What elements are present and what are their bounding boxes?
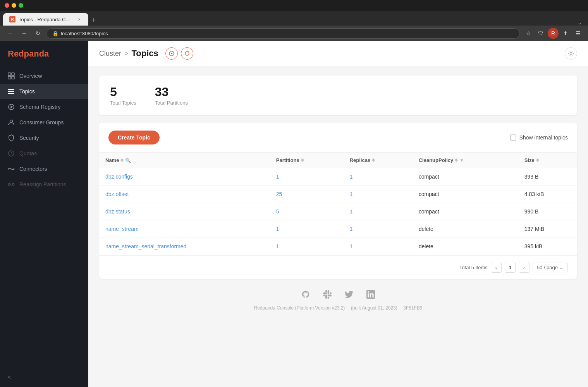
footer-version: Redpanda Console (Platform Version v23.2… [108, 305, 568, 311]
footer: Redpanda Console (Platform Version v23.2… [99, 279, 577, 320]
settings-icon-button[interactable] [565, 47, 577, 60]
cell-replicas-2: 1 [344, 203, 413, 220]
cell-cleanup-2: compact [413, 203, 518, 220]
twitter-icon[interactable] [343, 288, 355, 301]
quotas-label: Quotas [19, 150, 37, 157]
cell-name-2: dbz.status [99, 203, 270, 220]
cell-size-0: 393 B [518, 168, 577, 186]
total-topics-stat: 5 Total Topics [110, 85, 136, 106]
table-row[interactable]: dbz.status 5 1 compact 990 B [99, 203, 577, 220]
header-actions [565, 47, 577, 60]
cleanup-filter-icon[interactable]: ▼ [459, 158, 464, 163]
refresh-icon-button[interactable] [181, 47, 193, 60]
topic-link-1[interactable]: dbz.offset [105, 191, 129, 197]
overview-label: Overview [19, 73, 42, 79]
cell-partitions-0: 1 [270, 168, 344, 186]
sidebar-collapse-button[interactable]: < [0, 368, 88, 387]
play-icon-button[interactable] [165, 47, 178, 60]
sidebar-item-schema-registry[interactable]: Schema Registry [0, 99, 88, 115]
sidebar-item-security[interactable]: Security [0, 130, 88, 146]
cell-partitions-1: 25 [270, 186, 344, 203]
replicas-sort-icon[interactable] [372, 158, 375, 162]
security-icon [8, 134, 15, 141]
security-label: Security [19, 135, 39, 141]
cell-partitions-3: 1 [270, 220, 344, 238]
show-internal-checkbox[interactable] [510, 134, 516, 141]
topic-link-2[interactable]: dbz.status [105, 208, 130, 215]
table-row[interactable]: dbz.offset 25 1 compact 4.83 kiB [99, 186, 577, 203]
svg-point-13 [12, 184, 14, 186]
breadcrumb-cluster[interactable]: Cluster [99, 50, 121, 58]
sidebar-item-topics[interactable]: Topics [0, 84, 88, 99]
cell-size-4: 395 kiB [518, 238, 577, 255]
main-content: Cluster > Topics 5 Tot [88, 41, 588, 387]
breadcrumb-separator: > [124, 50, 129, 58]
reassign-icon [8, 181, 15, 188]
menu-button[interactable]: ☰ [573, 28, 583, 39]
profile-button[interactable]: R [548, 28, 559, 39]
partitions-sort-icon[interactable] [301, 158, 304, 162]
topics-card-header: Create Topic Show internal topics [99, 123, 577, 153]
tab-close-button[interactable]: × [76, 16, 82, 22]
browser-toolbar-actions: ☆ 🛡 R ⬆ ☰ [523, 28, 583, 39]
svg-point-11 [14, 169, 15, 170]
svg-point-12 [9, 184, 10, 186]
table-row[interactable]: name_stream_serial_transformed 1 1 delet… [99, 238, 577, 255]
sidebar-item-connectors[interactable]: Connectors [0, 161, 88, 177]
size-sort-icon[interactable] [536, 158, 539, 162]
github-icon[interactable] [299, 288, 312, 301]
col-replicas: Replicas [344, 153, 413, 168]
show-internal-topics-toggle[interactable]: Show internal topics [510, 134, 568, 141]
cleanup-sort-icon[interactable] [455, 158, 458, 162]
create-topic-button[interactable]: Create Topic [108, 131, 160, 144]
active-tab[interactable]: R Topics - Redpanda Cons... × [3, 13, 88, 26]
app-container: Redpanda Overview Topics Schema Registry [0, 41, 588, 387]
sidebar-item-reassign-partitions: Reassign Partitions [0, 177, 88, 192]
sidebar-logo: Redpanda [0, 41, 88, 65]
extensions-button[interactable]: ⬆ [560, 28, 571, 39]
table-row[interactable]: dbz.configs 1 1 compact 393 B [99, 168, 577, 186]
svg-rect-5 [8, 91, 14, 92]
cell-cleanup-4: delete [413, 238, 518, 255]
topic-link-0[interactable]: dbz.configs [105, 174, 133, 180]
topic-link-3[interactable]: name_stream [105, 226, 139, 232]
page-size-chevron-icon: ⌄ [559, 265, 564, 270]
prev-page-button[interactable]: ‹ [491, 262, 502, 273]
name-sort-icon[interactable] [120, 158, 124, 162]
topics-label: Topics [19, 88, 35, 95]
next-page-button[interactable]: › [519, 262, 530, 273]
table-header: Name 🔍 Partitions [99, 153, 577, 168]
linkedin-icon[interactable] [364, 288, 377, 301]
name-search-icon[interactable]: 🔍 [125, 158, 131, 163]
shield-button[interactable]: 🛡 [535, 28, 546, 39]
tab-overflow-button[interactable]: ⌄ [574, 20, 585, 26]
bookmark-button[interactable]: ☆ [523, 28, 534, 39]
breadcrumb-current: Topics [132, 48, 158, 58]
breadcrumb: Cluster > Topics [99, 47, 193, 60]
col-name: Name 🔍 [99, 153, 270, 168]
cell-replicas-4: 1 [344, 238, 413, 255]
topic-link-4[interactable]: name_stream_serial_transformed [105, 243, 186, 249]
logo-text: Redpanda [8, 49, 49, 58]
tab-favicon: R [9, 16, 15, 22]
address-bar[interactable]: 🔒 localhost:8080/topics [46, 28, 520, 39]
new-tab-button[interactable]: + [88, 15, 99, 26]
forward-button[interactable]: → [19, 28, 29, 39]
slack-icon[interactable] [321, 288, 334, 301]
col-cleanup-policy: CleanupPolicy ▼ [413, 153, 518, 168]
back-button[interactable]: ← [5, 28, 15, 39]
current-page-button[interactable]: 1 [505, 262, 516, 273]
topics-table: Name 🔍 Partitions [99, 153, 577, 255]
table-row[interactable]: name_stream 1 1 delete 137 MiB [99, 220, 577, 238]
connectors-label: Connectors [19, 166, 47, 172]
overview-icon [8, 72, 15, 79]
cell-cleanup-3: delete [413, 220, 518, 238]
cell-name-0: dbz.configs [99, 168, 270, 186]
sidebar-item-consumer-groups[interactable]: Consumer Groups [0, 115, 88, 130]
reload-button[interactable]: ↻ [33, 28, 43, 39]
col-partitions: Partitions [270, 153, 344, 168]
sidebar-item-overview[interactable]: Overview [0, 68, 88, 84]
cell-size-2: 990 B [518, 203, 577, 220]
browser-toolbar: ← → ↻ 🔒 localhost:8080/topics ☆ 🛡 R ⬆ ☰ [0, 26, 588, 41]
page-size-selector[interactable]: 50 / page ⌄ [533, 263, 568, 272]
